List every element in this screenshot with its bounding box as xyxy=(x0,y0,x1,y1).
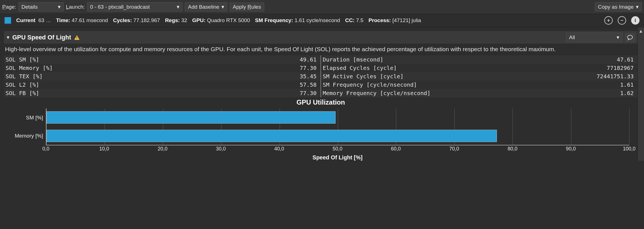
svg-point-2 xyxy=(628,35,633,39)
chevron-down-icon: ▾ xyxy=(58,4,61,10)
chart-title: GPU Utilization xyxy=(4,98,638,106)
chart-x-axis: 0,010,020,030,040,050,060,070,080,090,01… xyxy=(46,146,629,153)
chart-tick-label: 70,0 xyxy=(449,146,459,152)
info-bar: Current 63 … Time: 47.61 msecond Cycles:… xyxy=(0,14,644,27)
chart-tick-label: 40,0 xyxy=(274,146,284,152)
metric-value: 57.58 xyxy=(300,81,317,88)
chart-tick-label: 0,0 xyxy=(42,146,49,152)
time-label: Time: xyxy=(56,17,70,23)
chart-category-label: SM [%] xyxy=(26,115,43,121)
launch-label: Launch: xyxy=(66,4,85,10)
chart-y-axis-labels: SM [%]Memory [%] xyxy=(4,108,46,145)
current-color-swatch xyxy=(4,17,11,24)
chart-bar xyxy=(46,130,497,142)
gpu-label: GPU: xyxy=(192,17,206,23)
smfreq-value: 1.61 cycle/nsecond xyxy=(294,17,340,23)
section-header: ▾ GPU Speed Of Light ! All ▾ xyxy=(4,31,638,44)
metric-row: SOL L2 [%]57.58 xyxy=(4,81,320,89)
metric-label: SM Active Cycles [cycle] xyxy=(323,73,597,80)
chart-tick-label: 80,0 xyxy=(508,146,517,152)
metric-label: SOL FB [%] xyxy=(6,90,300,96)
metric-value: 1.62 xyxy=(620,90,634,96)
metric-label: SOL L2 [%] xyxy=(6,81,300,88)
top-toolbar: Page: Details ▾ Launch: 0 - 63 - ptxcall… xyxy=(0,0,644,14)
section-description: High-level overview of the utilization f… xyxy=(4,44,638,55)
metric-label: SM Frequency [cycle/nsecond] xyxy=(323,81,620,88)
metric-label: Duration [msecond] xyxy=(323,56,617,63)
gpu-value: Quadro RTX 5000 xyxy=(207,17,250,23)
section-title: GPU Speed Of Light xyxy=(12,34,71,41)
page-dropdown-value: Details xyxy=(22,4,38,10)
launch-dropdown[interactable]: 0 - 63 - ptxcall_broadcast ▾ xyxy=(87,2,183,11)
warning-icon: ! xyxy=(74,35,80,40)
metric-row: SM Frequency [cycle/nsecond]1.61 xyxy=(321,81,638,89)
page-label: Page: xyxy=(2,4,16,10)
metric-row: SM Active Cycles [cycle]72441751.33 xyxy=(321,72,638,81)
metric-row: Duration [msecond]47.61 xyxy=(321,55,638,64)
metrics-table: SOL SM [%]49.61SOL Memory [%]77.30SOL TE… xyxy=(4,55,638,97)
metric-label: SOL SM [%] xyxy=(6,56,300,63)
apply-rules-label: Apply Rules xyxy=(233,4,261,10)
metric-value: 72441751.33 xyxy=(597,73,634,80)
chart-tick-label: 50,0 xyxy=(332,146,342,152)
chart-tick-label: 100,0 xyxy=(623,146,635,152)
remove-button[interactable]: − xyxy=(618,16,626,25)
collapse-toggle-icon[interactable]: ▾ xyxy=(7,34,10,41)
metric-row: SOL SM [%]49.61 xyxy=(4,55,320,64)
metric-value: 77.30 xyxy=(300,65,317,71)
metric-value: 1.61 xyxy=(620,81,634,88)
gpu-utilization-chart: SM [%]Memory [%] 0,010,020,030,040,050,0… xyxy=(4,106,638,161)
section-filter-dropdown[interactable]: All ▾ xyxy=(566,33,622,42)
metric-value: 47.61 xyxy=(617,56,634,63)
info-icon[interactable]: i xyxy=(631,16,640,25)
add-button[interactable]: + xyxy=(604,16,613,25)
svg-text:!: ! xyxy=(76,36,77,40)
add-baseline-label: Add Baseline xyxy=(188,4,219,10)
smfreq-label: SM Frequency: xyxy=(255,17,293,23)
time-value: 47.61 msecond xyxy=(72,17,108,23)
scroll-up-icon[interactable]: ▴ xyxy=(638,28,643,33)
regs-value: 32 xyxy=(181,17,187,23)
add-baseline-button[interactable]: Add Baseline ▾ xyxy=(185,2,227,11)
current-value: 63 … xyxy=(38,17,51,23)
cc-value: 7.5 xyxy=(356,17,363,23)
apply-rules-button[interactable]: Apply Rules xyxy=(230,3,264,11)
metric-value: 77.30 xyxy=(300,90,317,96)
metric-row: SOL TEX [%]35.45 xyxy=(4,72,320,81)
cc-label: CC: xyxy=(345,17,355,23)
chevron-down-icon: ▾ xyxy=(636,4,639,10)
cycles-value: 77.182.967 xyxy=(133,17,160,23)
metric-label: SOL Memory [%] xyxy=(6,65,300,71)
content-area: ▾ GPU Speed Of Light ! All ▾ High-level … xyxy=(0,27,644,161)
regs-label: Regs: xyxy=(165,17,180,23)
process-value: [47121] julia xyxy=(392,17,421,23)
chart-tick-label: 30,0 xyxy=(216,146,226,152)
launch-dropdown-value: 0 - 63 - ptxcall_broadcast xyxy=(90,4,150,10)
chart-category-label: Memory [%] xyxy=(15,133,43,139)
metric-label: SOL TEX [%] xyxy=(6,73,300,80)
metric-value: 77182967 xyxy=(607,65,634,71)
chart-tick-label: 90,0 xyxy=(566,146,576,152)
chart-tick-label: 10,0 xyxy=(99,146,109,152)
current-label: Current xyxy=(16,17,36,23)
metric-value: 35.45 xyxy=(300,73,317,80)
metric-label: Memory Frequency [cycle/nsecond] xyxy=(323,90,620,96)
metric-row: SOL FB [%]77.30 xyxy=(4,89,320,97)
page-dropdown[interactable]: Details ▾ xyxy=(18,2,64,11)
chart-tick-label: 60,0 xyxy=(391,146,401,152)
section-filter-value: All xyxy=(569,34,575,41)
metric-row: Elapsed Cycles [cycle]77182967 xyxy=(321,64,638,72)
metric-row: SOL Memory [%]77.30 xyxy=(4,64,320,72)
chart-bar xyxy=(46,111,336,124)
comment-button[interactable] xyxy=(625,33,635,42)
vertical-scrollbar[interactable]: ▴ xyxy=(638,27,644,161)
metric-row: Memory Frequency [cycle/nsecond]1.62 xyxy=(321,89,638,97)
cycles-label: Cycles: xyxy=(113,17,132,23)
chart-plot-area xyxy=(46,108,629,145)
copy-as-image-button[interactable]: Copy as Image ▾ xyxy=(595,2,642,11)
process-label: Process: xyxy=(369,17,391,23)
chevron-down-icon: ▾ xyxy=(617,34,619,41)
copy-as-image-label: Copy as Image xyxy=(598,4,634,10)
chevron-down-icon: ▾ xyxy=(177,4,180,10)
metric-value: 49.61 xyxy=(300,56,317,63)
